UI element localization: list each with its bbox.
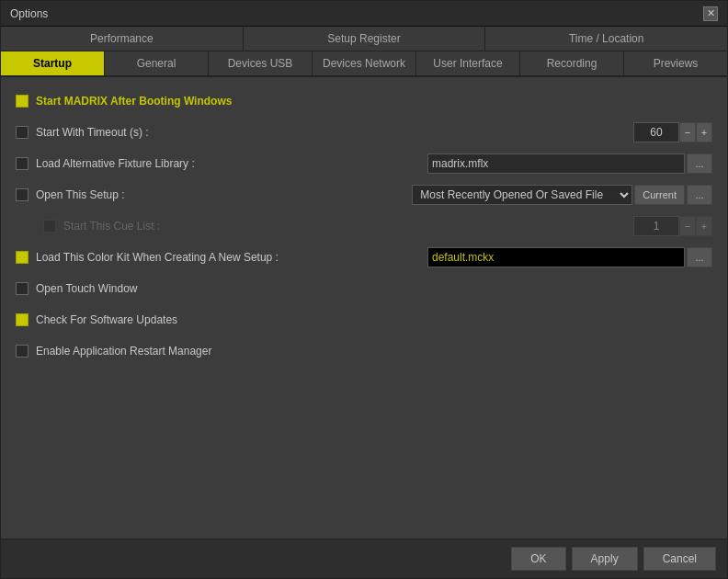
cue-decrement-button[interactable]: −	[679, 216, 696, 236]
label-start-madrix: Start MADRIX After Booting Windows	[36, 95, 232, 108]
tab-previews[interactable]: Previews	[624, 51, 727, 75]
checkbox-restart-manager[interactable]	[16, 345, 28, 358]
label-open-touch: Open Touch Window	[36, 282, 138, 295]
tab-setup-register[interactable]: Setup Register	[244, 27, 486, 51]
option-load-color-kit: Load This Color Kit When Creating A New …	[16, 246, 712, 268]
label-load-fixture: Load Alternative Fixture Library :	[36, 157, 195, 170]
tab-devices-usb[interactable]: Devices USB	[209, 51, 313, 75]
checkbox-open-touch[interactable]	[16, 282, 28, 295]
current-button[interactable]: Current	[634, 185, 685, 205]
checkbox-start-timeout[interactable]	[16, 126, 28, 139]
cue-increment-button[interactable]: +	[696, 216, 712, 236]
tab-general[interactable]: General	[105, 51, 209, 75]
label-load-color-kit: Load This Color Kit When Creating A New …	[36, 251, 279, 264]
browse-setup-button[interactable]: ...	[687, 185, 712, 205]
checkbox-start-madrix[interactable]	[16, 95, 28, 108]
tabs-row2: Startup General Devices USB Devices Netw…	[1, 51, 727, 77]
tab-devices-network[interactable]: Devices Network	[313, 51, 416, 75]
checkbox-start-cue-list[interactable]	[43, 220, 56, 233]
input-cue-list-value[interactable]	[633, 216, 679, 236]
cancel-button[interactable]: Cancel	[643, 547, 716, 571]
content-area: Start MADRIX After Booting Windows Start…	[1, 77, 727, 539]
footer: OK Apply Cancel	[1, 539, 727, 578]
label-restart-manager: Enable Application Restart Manager	[36, 345, 211, 358]
options-dialog: Options ✕ Performance Setup Register Tim…	[0, 0, 728, 579]
label-start-cue-list: Start This Cue List :	[63, 220, 160, 233]
input-timeout-value[interactable]	[633, 122, 679, 142]
checkbox-open-setup[interactable]	[16, 188, 28, 201]
option-open-touch: Open Touch Window	[16, 278, 712, 300]
option-check-updates: Check For Software Updates	[16, 309, 712, 331]
title-bar: Options ✕	[1, 1, 727, 27]
label-check-updates: Check For Software Updates	[36, 313, 177, 326]
label-start-timeout: Start With Timeout (s) :	[36, 126, 149, 139]
tab-startup[interactable]: Startup	[1, 51, 105, 75]
browse-color-kit-button[interactable]: ...	[687, 247, 712, 267]
option-restart-manager: Enable Application Restart Manager	[16, 340, 712, 362]
dialog-title: Options	[10, 7, 48, 20]
input-color-kit[interactable]	[427, 247, 685, 267]
option-load-fixture: Load Alternative Fixture Library : ...	[16, 153, 712, 175]
option-start-madrix: Start MADRIX After Booting Windows	[16, 90, 712, 112]
option-start-cue-list: Start This Cue List : − +	[16, 215, 712, 237]
apply-button[interactable]: Apply	[572, 547, 638, 571]
input-fixture-library[interactable]	[427, 153, 685, 174]
tab-recording[interactable]: Recording	[520, 51, 624, 75]
timeout-decrement-button[interactable]: −	[679, 122, 696, 142]
tab-user-interface[interactable]: User Interface	[416, 51, 520, 75]
timeout-increment-button[interactable]: +	[696, 122, 712, 142]
tab-performance[interactable]: Performance	[1, 27, 244, 51]
tab-time-location[interactable]: Time / Location	[485, 27, 727, 51]
checkbox-check-updates[interactable]	[16, 313, 28, 326]
dropdown-open-setup[interactable]: Most Recently Opened Or Saved File	[412, 185, 632, 205]
option-start-timeout: Start With Timeout (s) : − +	[16, 121, 712, 143]
close-button[interactable]: ✕	[703, 6, 718, 21]
ok-button[interactable]: OK	[511, 547, 565, 571]
browse-fixture-button[interactable]: ...	[687, 153, 712, 174]
label-open-setup: Open This Setup :	[36, 188, 125, 201]
checkbox-load-fixture[interactable]	[16, 157, 28, 170]
option-open-setup: Open This Setup : Most Recently Opened O…	[16, 184, 712, 206]
checkbox-load-color-kit[interactable]	[16, 251, 28, 264]
tabs-row1: Performance Setup Register Time / Locati…	[1, 27, 727, 51]
